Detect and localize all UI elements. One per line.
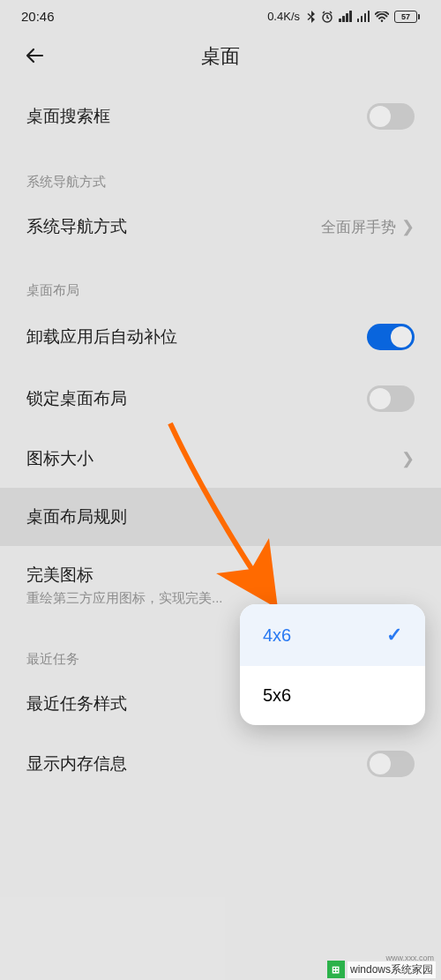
status-bar: 20:46 0.4K/s 57 <box>0 0 441 27</box>
toggle-auto-fill[interactable] <box>367 324 415 350</box>
signal-icon-2 <box>357 11 370 22</box>
status-time: 20:46 <box>21 9 55 24</box>
battery-icon: 57 <box>394 11 420 23</box>
row-label: 最近任务样式 <box>26 692 127 715</box>
alarm-icon <box>321 11 333 23</box>
popup-option-4x6[interactable]: 4x6 ✓ <box>240 604 425 666</box>
bluetooth-icon <box>307 11 316 23</box>
toggle-lock-layout[interactable] <box>367 385 415 412</box>
watermark-text: windows系统家园 <box>348 961 436 978</box>
row-label: 显示内存信息 <box>26 752 127 775</box>
section-nav: 系统导航方式 <box>0 147 441 198</box>
row-subtitle: 重绘第三方应用图标，实现完美... <box>26 590 223 607</box>
row-label: 锁定桌面布局 <box>26 387 127 410</box>
layout-rule-popup: 4x6 ✓ 5x6 <box>240 604 425 725</box>
chevron-right-icon: ❯ <box>401 449 415 468</box>
row-nav-mode[interactable]: 系统导航方式 全面屏手势 ❯ <box>0 198 441 256</box>
popup-option-label: 5x6 <box>263 685 291 706</box>
wifi-icon <box>375 11 389 22</box>
row-label: 系统导航方式 <box>26 215 127 238</box>
section-layout: 桌面布局 <box>0 256 441 306</box>
row-icon-size[interactable]: 图标大小 ❯ <box>0 430 441 488</box>
row-show-memory[interactable]: 显示内存信息 <box>0 733 441 795</box>
row-label: 卸载应用后自动补位 <box>26 325 177 348</box>
signal-icon-1 <box>339 11 352 22</box>
row-label: 完美图标 <box>26 564 223 587</box>
row-search-box[interactable]: 桌面搜索框 <box>0 86 441 147</box>
row-label: 图标大小 <box>26 447 93 470</box>
row-label: 桌面布局规则 <box>26 505 127 528</box>
row-label: 桌面搜索框 <box>26 105 110 128</box>
chevron-right-icon: ❯ <box>401 217 415 236</box>
page-title: 桌面 <box>18 43 423 70</box>
popup-option-label: 4x6 <box>263 625 291 646</box>
toggle-show-memory[interactable] <box>367 751 415 777</box>
network-speed: 0.4K/s <box>267 10 300 23</box>
windows-flag-icon: ⊞ <box>327 961 345 978</box>
row-auto-fill[interactable]: 卸载应用后自动补位 <box>0 306 441 368</box>
svg-point-1 <box>381 19 383 21</box>
watermark: ⊞ windows系统家园 <box>327 961 436 978</box>
back-button[interactable] <box>25 44 44 69</box>
row-value: 全面屏手势 <box>321 217 396 237</box>
check-icon: ✓ <box>386 624 402 647</box>
row-layout-rule[interactable]: 桌面布局规则 <box>0 488 441 546</box>
toggle-search-box[interactable] <box>367 103 415 130</box>
page-header: 桌面 <box>0 27 441 86</box>
row-lock-layout[interactable]: 锁定桌面布局 <box>0 368 441 430</box>
popup-option-5x6[interactable]: 5x6 <box>240 666 425 725</box>
